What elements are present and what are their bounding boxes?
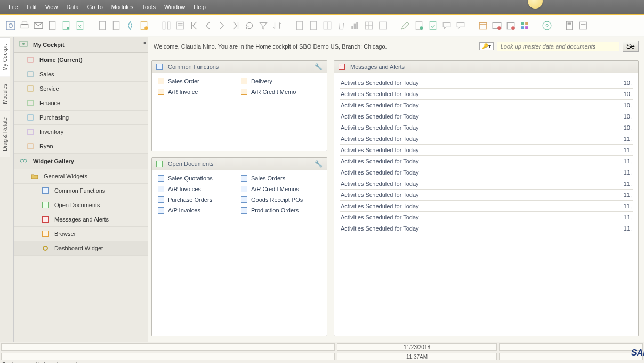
link-a-r-invoices[interactable]: A/R Invoices xyxy=(157,185,238,193)
list-icon[interactable] xyxy=(175,20,186,31)
cal-icon[interactable] xyxy=(478,20,488,31)
doc-check-icon[interactable] xyxy=(428,20,438,31)
alert-row[interactable]: Activities Scheduled for Today11, xyxy=(340,133,633,145)
filter-icon[interactable] xyxy=(258,20,269,31)
alert-row[interactable]: Activities Scheduled for Today11, xyxy=(340,145,633,156)
wrench-icon[interactable]: 🔧 xyxy=(315,160,323,168)
trash-icon[interactable] xyxy=(336,20,347,31)
link-production-orders[interactable]: Production Orders xyxy=(240,207,321,214)
doc3-icon[interactable] xyxy=(111,20,122,31)
link-a-r-credit-memo[interactable]: A/R Credit Memo xyxy=(240,88,321,96)
link-a-p-invoices[interactable]: A/P Invoices xyxy=(157,207,238,214)
sidebar-item-ryan[interactable]: Ryan xyxy=(14,139,148,154)
doc-warn-icon[interactable] xyxy=(139,20,149,31)
menu-window[interactable]: Window xyxy=(160,4,189,10)
sidebar-item-finance[interactable]: Finance xyxy=(14,96,148,111)
form-icon[interactable] xyxy=(578,20,589,31)
wrench-icon[interactable]: 🔧 xyxy=(315,63,323,70)
alert-row[interactable]: Activities Scheduled for Today11, xyxy=(340,223,633,234)
chat-icon[interactable] xyxy=(441,20,452,31)
print-icon[interactable] xyxy=(19,20,30,31)
grid-icon[interactable] xyxy=(364,20,374,31)
alert-row[interactable]: Activities Scheduled for Today10, xyxy=(340,89,633,100)
link-sales-order[interactable]: Sales Order xyxy=(157,77,238,85)
preview-icon[interactable] xyxy=(5,20,16,31)
edit-icon[interactable] xyxy=(400,20,410,31)
first-icon[interactable] xyxy=(189,20,199,31)
alert-row[interactable]: Activities Scheduled for Today11, xyxy=(340,178,633,190)
blocks-icon[interactable] xyxy=(519,20,530,31)
next-icon[interactable] xyxy=(216,20,227,31)
svg-rect-56 xyxy=(28,129,33,135)
widget-item-open-documents[interactable]: Open Documents xyxy=(14,198,148,212)
link-a-r-credit-memos[interactable]: A/R Credit Memos xyxy=(240,185,321,193)
menu-help[interactable]: Help xyxy=(189,4,210,10)
widget-item-common-functions[interactable]: Common Functions xyxy=(14,184,148,198)
menu-view[interactable]: View xyxy=(41,4,62,10)
doc-excel-icon[interactable]: X xyxy=(75,20,85,31)
alert-row[interactable]: Activities Scheduled for Today11, xyxy=(340,190,633,201)
link-goods-receipt-pos[interactable]: Goods Receipt POs xyxy=(240,196,321,203)
alert-row[interactable]: Activities Scheduled for Today10, xyxy=(340,77,633,89)
doc2-icon[interactable] xyxy=(97,20,108,31)
svg-point-1 xyxy=(9,23,13,27)
doc-add-icon[interactable] xyxy=(414,20,424,31)
menu-file[interactable]: File xyxy=(4,4,22,10)
svg-rect-54 xyxy=(28,100,33,106)
mail-icon[interactable] xyxy=(33,20,44,31)
menu-tools[interactable]: Tools xyxy=(138,4,160,10)
sort-icon[interactable] xyxy=(272,20,283,31)
refresh-icon[interactable] xyxy=(244,20,255,31)
calc-icon[interactable] xyxy=(564,20,575,31)
help-icon[interactable]: ? xyxy=(542,20,552,31)
link-a-r-invoice[interactable]: A/R Invoice xyxy=(157,88,238,96)
link-purchase-orders[interactable]: Purchase Orders xyxy=(157,196,238,203)
collapse-icon[interactable]: ◂ xyxy=(143,40,146,45)
sidebar-item-purchasing[interactable]: Purchasing xyxy=(14,111,148,125)
notification-badge[interactable] xyxy=(528,0,543,9)
prev-icon[interactable] xyxy=(203,20,213,31)
vtab-modules[interactable]: Modules xyxy=(0,77,10,111)
sidebar-item-service[interactable]: Service xyxy=(14,82,148,96)
sidebar-item-inventory[interactable]: Inventory xyxy=(14,125,148,139)
alert-row[interactable]: Activities Scheduled for Today10, xyxy=(340,122,633,133)
menu-edit[interactable]: Edit xyxy=(22,4,41,10)
link-delivery[interactable]: Delivery xyxy=(240,77,321,85)
link-sales-quotations[interactable]: Sales Quotations xyxy=(157,175,238,182)
widget-item-dashboard-widget[interactable]: Dashboard Widget xyxy=(14,241,148,256)
sidebar-general-widgets[interactable]: General Widgets xyxy=(14,169,148,184)
doc4-icon[interactable] xyxy=(294,20,305,31)
chat2-icon[interactable] xyxy=(455,20,466,31)
vtab-drag[interactable]: Drag & Relate xyxy=(0,111,10,157)
sidebar-item-sales[interactable]: Sales xyxy=(14,67,148,82)
alert-row[interactable]: Activities Scheduled for Today11, xyxy=(340,212,633,223)
sidebar-item-home-current-[interactable]: Home (Current) xyxy=(14,53,148,67)
menu-data[interactable]: Data xyxy=(62,4,83,10)
search-key-icon[interactable]: 🔑▾ xyxy=(479,42,494,50)
link-sales-orders[interactable]: Sales Orders xyxy=(240,175,321,182)
compass-icon[interactable] xyxy=(125,20,135,31)
alert-row[interactable]: Activities Scheduled for Today11, xyxy=(340,156,633,167)
menu-modules[interactable]: Modules xyxy=(107,4,138,10)
alert-row[interactable]: Activities Scheduled for Today10, xyxy=(340,100,633,111)
alert-row[interactable]: Activities Scheduled for Today10, xyxy=(340,111,633,122)
alert-row[interactable]: Activities Scheduled for Today11, xyxy=(340,201,633,212)
menu-goto[interactable]: Go To xyxy=(83,4,107,10)
cal-x-icon[interactable] xyxy=(505,20,516,31)
search-button[interactable]: Se xyxy=(623,41,639,52)
doc-icon[interactable] xyxy=(47,20,58,31)
last-icon[interactable] xyxy=(230,20,241,31)
search-input[interactable] xyxy=(497,42,619,51)
find-icon[interactable] xyxy=(161,20,172,31)
grid2-icon[interactable] xyxy=(377,20,388,31)
layout-icon[interactable] xyxy=(322,20,333,31)
chart-icon[interactable] xyxy=(350,20,360,31)
panel-title: Common Functions xyxy=(168,64,315,70)
widget-item-messages-and-alerts[interactable]: Messages and Alerts xyxy=(14,212,148,227)
vtab-cockpit[interactable]: My Cockpit xyxy=(0,37,10,77)
alert-row[interactable]: Activities Scheduled for Today11, xyxy=(340,167,633,178)
mail-x-icon[interactable] xyxy=(492,20,502,31)
doc-lock-icon[interactable] xyxy=(61,20,71,31)
widget-item-browser[interactable]: Browser xyxy=(14,227,148,241)
doc5-icon[interactable] xyxy=(308,20,319,31)
